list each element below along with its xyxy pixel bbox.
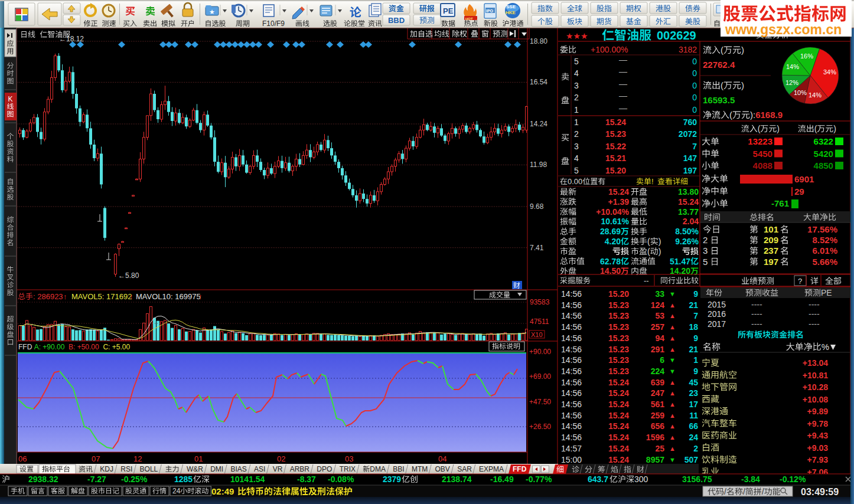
svg-text:14:56: 14:56 bbox=[561, 378, 582, 387]
svg-text:14:56: 14:56 bbox=[561, 433, 582, 442]
svg-text:-7.27: -7.27 bbox=[87, 474, 106, 484]
svg-text:BBD: BBD bbox=[388, 16, 405, 25]
svg-text:-0.12%: -0.12% bbox=[780, 474, 806, 484]
svg-text:7.41: 7.41 bbox=[530, 244, 544, 252]
svg-text:3: 3 bbox=[574, 81, 579, 90]
svg-text:5420: 5420 bbox=[814, 149, 833, 159]
svg-text:14:57: 14:57 bbox=[561, 444, 582, 453]
svg-text:28.69: 28.69 bbox=[600, 227, 621, 236]
svg-text:291: 291 bbox=[651, 345, 665, 354]
svg-text:▲: ▲ bbox=[669, 323, 676, 330]
svg-text:+10.04%: +10.04% bbox=[596, 207, 629, 217]
svg-text:6901: 6901 bbox=[794, 174, 814, 184]
svg-text:15.24: 15.24 bbox=[608, 378, 629, 387]
svg-text:----: ---- bbox=[751, 309, 762, 319]
svg-text:1: 1 bbox=[574, 105, 579, 114]
svg-text:15.24: 15.24 bbox=[608, 400, 629, 409]
svg-text:14%: 14% bbox=[786, 63, 799, 70]
svg-text:8957: 8957 bbox=[646, 455, 664, 464]
svg-text:14:56: 14:56 bbox=[561, 411, 582, 420]
svg-text:3182: 3182 bbox=[679, 45, 697, 54]
svg-text:2072: 2072 bbox=[679, 129, 697, 139]
svg-text:BOLL: BOLL bbox=[140, 465, 158, 473]
svg-text:www.gszx.com.cn: www.gszx.com.cn bbox=[725, 22, 842, 37]
svg-text:24: 24 bbox=[689, 433, 698, 442]
svg-text:K: K bbox=[8, 95, 13, 103]
svg-text:14%: 14% bbox=[809, 91, 822, 99]
svg-text:9.26%: 9.26% bbox=[675, 237, 699, 246]
svg-text:93583: 93583 bbox=[530, 298, 550, 306]
svg-text:18: 18 bbox=[689, 322, 698, 332]
svg-text:FFD: FFD bbox=[18, 343, 32, 351]
svg-text:+7.93: +7.93 bbox=[807, 455, 829, 464]
svg-text:9: 9 bbox=[693, 289, 698, 299]
svg-text:↑: ↑ bbox=[198, 292, 203, 301]
svg-text:+10.08: +10.08 bbox=[803, 395, 828, 404]
svg-text:507: 507 bbox=[684, 455, 699, 464]
svg-text:MTM: MTM bbox=[412, 465, 428, 473]
svg-text:7: 7 bbox=[693, 311, 698, 320]
svg-text:+10.28: +10.28 bbox=[803, 382, 828, 392]
svg-text:KDJ: KDJ bbox=[100, 465, 113, 473]
svg-text:SAR: SAR bbox=[457, 465, 472, 473]
svg-text:(: ( bbox=[721, 80, 723, 90]
svg-text:DMI: DMI bbox=[210, 465, 223, 473]
svg-text:53: 53 bbox=[655, 311, 664, 320]
svg-text:PE: PE bbox=[443, 6, 454, 15]
svg-text:▲: ▲ bbox=[669, 434, 676, 441]
svg-text:124: 124 bbox=[651, 300, 665, 310]
svg-text:04: 04 bbox=[438, 454, 446, 463]
svg-text:-0.08%: -0.08% bbox=[328, 474, 354, 484]
svg-text:): ) bbox=[833, 124, 836, 133]
svg-text:4088: 4088 bbox=[753, 161, 772, 171]
svg-text:0: 0 bbox=[692, 68, 697, 78]
svg-text:24: 24 bbox=[172, 487, 181, 495]
svg-text:1596: 1596 bbox=[646, 433, 664, 442]
svg-text:+1.39: +1.39 bbox=[608, 197, 630, 207]
svg-text:15:00: 15:00 bbox=[561, 455, 582, 464]
svg-text:237: 237 bbox=[764, 246, 778, 256]
svg-text:▲: ▲ bbox=[669, 445, 676, 452]
svg-text:14:56: 14:56 bbox=[561, 289, 582, 299]
svg-text:22762.4: 22762.4 bbox=[703, 60, 735, 70]
svg-text:15.23: 15.23 bbox=[608, 355, 629, 365]
svg-text:5: 5 bbox=[574, 57, 579, 66]
svg-text:8.52%: 8.52% bbox=[813, 235, 838, 245]
svg-text:(: ( bbox=[729, 110, 732, 120]
svg-text:15.24: 15.24 bbox=[605, 117, 626, 127]
svg-text:A: +90.00: A: +90.00 bbox=[34, 343, 65, 351]
svg-text:▲: ▲ bbox=[669, 379, 676, 386]
svg-text:12: 12 bbox=[133, 454, 142, 463]
svg-text:EXPMA: EXPMA bbox=[479, 465, 504, 473]
svg-text:HKE: HKE bbox=[506, 10, 516, 15]
svg-text:BIAS: BIAS bbox=[231, 465, 247, 473]
svg-text:15.24: 15.24 bbox=[678, 197, 699, 207]
svg-text:(: ( bbox=[721, 45, 723, 55]
svg-text:51.47: 51.47 bbox=[670, 257, 690, 266]
svg-text:—: — bbox=[619, 91, 627, 100]
svg-text:W&R: W&R bbox=[187, 465, 203, 473]
svg-text:▲: ▲ bbox=[669, 312, 676, 319]
svg-text:(: ( bbox=[647, 237, 650, 246]
svg-text:66: 66 bbox=[689, 421, 698, 431]
svg-text:X10: X10 bbox=[531, 331, 543, 338]
svg-text:7: 7 bbox=[692, 142, 697, 151]
svg-text:5: 5 bbox=[574, 166, 579, 175]
svg-text:643.7: 643.7 bbox=[588, 474, 608, 484]
svg-text:9.68: 9.68 bbox=[530, 202, 544, 211]
svg-text:/: / bbox=[762, 487, 764, 496]
svg-text:5: 5 bbox=[703, 257, 708, 267]
svg-text:17.56%: 17.56% bbox=[807, 224, 837, 234]
svg-text:62.78: 62.78 bbox=[600, 257, 621, 266]
svg-text:▲: ▲ bbox=[669, 335, 676, 342]
svg-text:+10.81: +10.81 bbox=[803, 371, 828, 380]
svg-text:2015: 2015 bbox=[708, 300, 726, 309]
svg-text:-8.37: -8.37 bbox=[297, 474, 316, 484]
svg-text:3: 3 bbox=[703, 246, 708, 256]
svg-text:13.80: 13.80 bbox=[678, 187, 699, 197]
svg-text:5.66%: 5.66% bbox=[813, 257, 838, 267]
svg-text:B: +50.00: B: +50.00 bbox=[69, 343, 99, 351]
svg-text:2938.32: 2938.32 bbox=[28, 474, 58, 484]
svg-text:?: ? bbox=[798, 277, 802, 286]
svg-text:5450: 5450 bbox=[753, 149, 772, 159]
